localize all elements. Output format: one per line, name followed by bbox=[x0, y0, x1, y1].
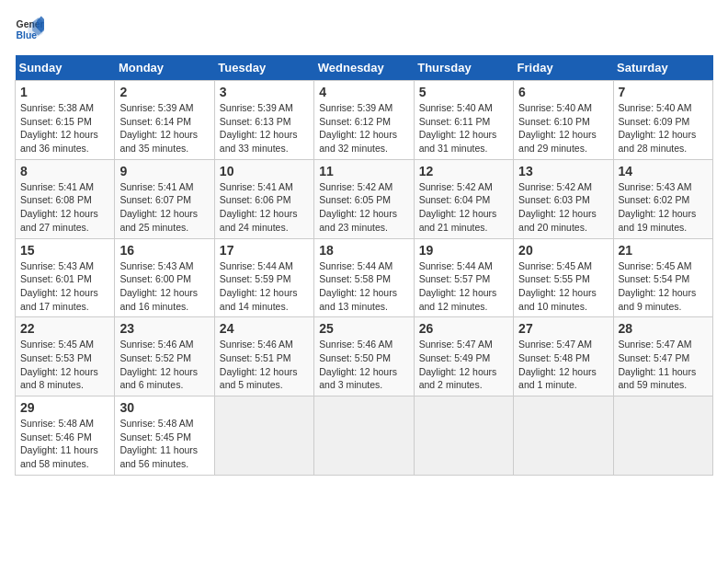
calendar-cell bbox=[214, 396, 313, 476]
calendar-cell: 10 Sunrise: 5:41 AMSunset: 6:06 PMDaylig… bbox=[214, 159, 313, 238]
day-info: Sunrise: 5:47 AMSunset: 5:48 PMDaylight:… bbox=[518, 338, 608, 392]
day-number: 17 bbox=[220, 243, 309, 258]
day-info: Sunrise: 5:43 AMSunset: 6:00 PMDaylight:… bbox=[119, 259, 209, 314]
day-info: Sunrise: 5:48 AMSunset: 5:45 PMDaylight:… bbox=[119, 417, 209, 471]
day-number: 13 bbox=[518, 164, 608, 178]
calendar-cell: 11 Sunrise: 5:42 AMSunset: 6:05 PMDaylig… bbox=[314, 159, 414, 238]
day-number: 16 bbox=[119, 243, 209, 258]
calendar-cell: 28 Sunrise: 5:47 AMSunset: 5:47 PMDaylig… bbox=[613, 317, 712, 396]
day-number: 5 bbox=[419, 85, 508, 99]
calendar-cell: 25 Sunrise: 5:46 AMSunset: 5:50 PMDaylig… bbox=[314, 317, 414, 396]
weekday-header: Tuesday bbox=[214, 55, 313, 81]
day-info: Sunrise: 5:43 AMSunset: 6:01 PMDaylight:… bbox=[20, 259, 109, 314]
calendar-cell bbox=[414, 396, 513, 476]
day-number: 25 bbox=[319, 321, 408, 336]
calendar-cell: 22 Sunrise: 5:45 AMSunset: 5:53 PMDaylig… bbox=[16, 317, 115, 396]
logo-icon: General Blue bbox=[15, 15, 44, 44]
day-info: Sunrise: 5:40 AMSunset: 6:10 PMDaylight:… bbox=[518, 101, 608, 155]
weekday-header-row: SundayMondayTuesdayWednesdayThursdayFrid… bbox=[16, 55, 713, 81]
day-info: Sunrise: 5:39 AMSunset: 6:14 PMDaylight:… bbox=[119, 101, 209, 155]
day-number: 3 bbox=[220, 85, 309, 99]
day-info: Sunrise: 5:44 AMSunset: 5:58 PMDaylight:… bbox=[319, 259, 408, 314]
calendar-cell: 27 Sunrise: 5:47 AMSunset: 5:48 PMDaylig… bbox=[514, 317, 613, 396]
calendar-table: SundayMondayTuesdayWednesdayThursdayFrid… bbox=[15, 55, 713, 476]
day-number: 8 bbox=[20, 164, 109, 178]
calendar-cell: 7 Sunrise: 5:40 AMSunset: 6:09 PMDayligh… bbox=[613, 81, 712, 160]
calendar-week-row: 29 Sunrise: 5:48 AMSunset: 5:46 PMDaylig… bbox=[16, 396, 713, 476]
day-info: Sunrise: 5:47 AMSunset: 5:47 PMDaylight:… bbox=[619, 338, 708, 392]
calendar-cell: 5 Sunrise: 5:40 AMSunset: 6:11 PMDayligh… bbox=[414, 81, 513, 160]
calendar-week-row: 1 Sunrise: 5:38 AMSunset: 6:15 PMDayligh… bbox=[16, 81, 713, 160]
day-info: Sunrise: 5:45 AMSunset: 5:53 PMDaylight:… bbox=[20, 338, 109, 392]
calendar-cell: 13 Sunrise: 5:42 AMSunset: 6:03 PMDaylig… bbox=[514, 159, 613, 238]
day-info: Sunrise: 5:46 AMSunset: 5:51 PMDaylight:… bbox=[220, 338, 309, 392]
calendar-cell: 30 Sunrise: 5:48 AMSunset: 5:45 PMDaylig… bbox=[115, 396, 214, 476]
calendar-cell bbox=[514, 396, 613, 476]
day-info: Sunrise: 5:39 AMSunset: 6:12 PMDaylight:… bbox=[319, 101, 408, 155]
day-number: 12 bbox=[419, 164, 508, 178]
calendar-cell: 19 Sunrise: 5:44 AMSunset: 5:57 PMDaylig… bbox=[414, 238, 513, 317]
calendar-cell: 15 Sunrise: 5:43 AMSunset: 6:01 PMDaylig… bbox=[16, 238, 115, 317]
day-number: 14 bbox=[619, 164, 708, 178]
day-info: Sunrise: 5:43 AMSunset: 6:02 PMDaylight:… bbox=[619, 180, 708, 235]
day-info: Sunrise: 5:40 AMSunset: 6:11 PMDaylight:… bbox=[419, 101, 508, 155]
day-info: Sunrise: 5:44 AMSunset: 5:59 PMDaylight:… bbox=[220, 259, 309, 314]
calendar-cell: 12 Sunrise: 5:42 AMSunset: 6:04 PMDaylig… bbox=[414, 159, 513, 238]
calendar-week-row: 22 Sunrise: 5:45 AMSunset: 5:53 PMDaylig… bbox=[16, 317, 713, 396]
day-number: 28 bbox=[619, 321, 708, 336]
calendar-cell: 9 Sunrise: 5:41 AMSunset: 6:07 PMDayligh… bbox=[115, 159, 214, 238]
day-number: 21 bbox=[619, 243, 708, 258]
day-info: Sunrise: 5:47 AMSunset: 5:49 PMDaylight:… bbox=[419, 338, 508, 392]
day-number: 27 bbox=[518, 321, 608, 336]
day-info: Sunrise: 5:38 AMSunset: 6:15 PMDaylight:… bbox=[20, 101, 109, 155]
day-info: Sunrise: 5:41 AMSunset: 6:06 PMDaylight:… bbox=[220, 180, 309, 235]
calendar-cell: 2 Sunrise: 5:39 AMSunset: 6:14 PMDayligh… bbox=[115, 81, 214, 160]
weekday-header: Monday bbox=[115, 55, 214, 81]
calendar-cell: 16 Sunrise: 5:43 AMSunset: 6:00 PMDaylig… bbox=[115, 238, 214, 317]
day-info: Sunrise: 5:42 AMSunset: 6:03 PMDaylight:… bbox=[518, 180, 608, 235]
calendar-cell: 26 Sunrise: 5:47 AMSunset: 5:49 PMDaylig… bbox=[414, 317, 513, 396]
day-number: 30 bbox=[119, 400, 209, 415]
calendar-cell: 14 Sunrise: 5:43 AMSunset: 6:02 PMDaylig… bbox=[613, 159, 712, 238]
day-number: 9 bbox=[119, 164, 209, 178]
day-info: Sunrise: 5:41 AMSunset: 6:07 PMDaylight:… bbox=[119, 180, 209, 235]
calendar-cell: 21 Sunrise: 5:45 AMSunset: 5:54 PMDaylig… bbox=[613, 238, 712, 317]
calendar-cell: 17 Sunrise: 5:44 AMSunset: 5:59 PMDaylig… bbox=[214, 238, 313, 317]
day-info: Sunrise: 5:42 AMSunset: 6:04 PMDaylight:… bbox=[419, 180, 508, 235]
day-number: 24 bbox=[220, 321, 309, 336]
day-info: Sunrise: 5:41 AMSunset: 6:08 PMDaylight:… bbox=[20, 180, 109, 235]
calendar-cell: 20 Sunrise: 5:45 AMSunset: 5:55 PMDaylig… bbox=[514, 238, 613, 317]
day-number: 4 bbox=[319, 85, 408, 99]
calendar-cell: 8 Sunrise: 5:41 AMSunset: 6:08 PMDayligh… bbox=[16, 159, 115, 238]
weekday-header: Sunday bbox=[16, 55, 115, 81]
day-number: 15 bbox=[20, 243, 109, 258]
day-info: Sunrise: 5:39 AMSunset: 6:13 PMDaylight:… bbox=[220, 101, 309, 155]
day-number: 23 bbox=[119, 321, 209, 336]
day-number: 29 bbox=[20, 400, 109, 415]
calendar-cell: 24 Sunrise: 5:46 AMSunset: 5:51 PMDaylig… bbox=[214, 317, 313, 396]
calendar-week-row: 8 Sunrise: 5:41 AMSunset: 6:08 PMDayligh… bbox=[16, 159, 713, 238]
day-info: Sunrise: 5:45 AMSunset: 5:54 PMDaylight:… bbox=[619, 259, 708, 314]
calendar-week-row: 15 Sunrise: 5:43 AMSunset: 6:01 PMDaylig… bbox=[16, 238, 713, 317]
day-info: Sunrise: 5:42 AMSunset: 6:05 PMDaylight:… bbox=[319, 180, 408, 235]
day-number: 10 bbox=[220, 164, 309, 178]
calendar-cell: 23 Sunrise: 5:46 AMSunset: 5:52 PMDaylig… bbox=[115, 317, 214, 396]
calendar-cell bbox=[314, 396, 414, 476]
weekday-header: Saturday bbox=[613, 55, 712, 81]
day-number: 19 bbox=[419, 243, 508, 258]
day-info: Sunrise: 5:48 AMSunset: 5:46 PMDaylight:… bbox=[20, 417, 109, 471]
day-info: Sunrise: 5:40 AMSunset: 6:09 PMDaylight:… bbox=[619, 101, 708, 155]
day-number: 6 bbox=[518, 85, 608, 99]
calendar-cell bbox=[613, 396, 712, 476]
day-number: 20 bbox=[518, 243, 608, 258]
calendar-cell: 4 Sunrise: 5:39 AMSunset: 6:12 PMDayligh… bbox=[314, 81, 414, 160]
day-info: Sunrise: 5:46 AMSunset: 5:50 PMDaylight:… bbox=[319, 338, 408, 392]
day-number: 26 bbox=[419, 321, 508, 336]
calendar-cell: 6 Sunrise: 5:40 AMSunset: 6:10 PMDayligh… bbox=[514, 81, 613, 160]
weekday-header: Thursday bbox=[414, 55, 513, 81]
calendar-cell: 18 Sunrise: 5:44 AMSunset: 5:58 PMDaylig… bbox=[314, 238, 414, 317]
calendar-cell: 3 Sunrise: 5:39 AMSunset: 6:13 PMDayligh… bbox=[214, 81, 313, 160]
day-number: 18 bbox=[319, 243, 408, 258]
day-number: 7 bbox=[619, 85, 708, 99]
day-info: Sunrise: 5:45 AMSunset: 5:55 PMDaylight:… bbox=[518, 259, 608, 314]
